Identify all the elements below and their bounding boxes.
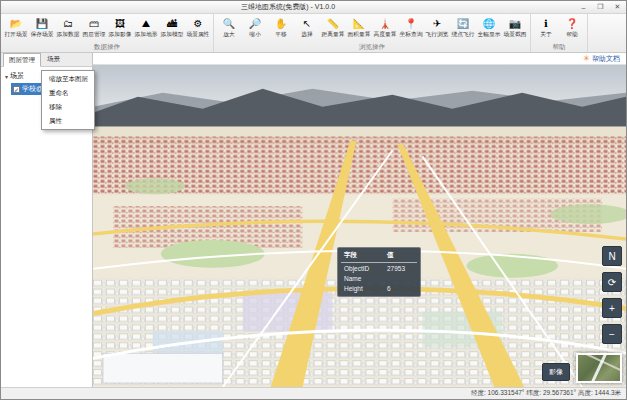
close-button[interactable]: ✕ bbox=[609, 1, 626, 13]
ribbon-button-label: 距离量算 bbox=[322, 30, 345, 39]
tree-root-label: 场景 bbox=[10, 71, 24, 81]
ribbon-group-label: 浏览操作 bbox=[216, 42, 528, 52]
ribbon-button-icon: ℹ bbox=[544, 18, 548, 29]
ribbon-button[interactable]: ℹ关于 bbox=[533, 14, 559, 42]
ribbon-button-icon: 🔄 bbox=[457, 18, 469, 29]
imagery-toggle-button[interactable]: 影像 bbox=[542, 363, 570, 381]
content-area: 图层管理 场景 ▾ 场景 ✓ 学校@重庆 缩放至本图层重命名移除属性 ✳ 帮助文… bbox=[1, 53, 626, 387]
ribbon-toolbar: 📂打开场景💾保存场景🗂添加数据🗃图层管理🖼添加影像⛰添加地形🏙添加模型⚙场景属性… bbox=[1, 14, 626, 53]
ribbon-button-icon: ✋ bbox=[275, 18, 287, 29]
ribbon-button[interactable]: 📂打开场景 bbox=[3, 14, 29, 42]
ribbon-button[interactable]: ✋平移 bbox=[268, 14, 294, 42]
ribbon-button-icon: 📍 bbox=[405, 18, 417, 29]
ribbon-button[interactable]: ⛰添加地形 bbox=[133, 14, 159, 42]
ribbon-button-label: 添加模型 bbox=[161, 30, 184, 39]
attribute-column-header: 字段 bbox=[341, 250, 384, 263]
ribbon-button-icon: 📷 bbox=[509, 18, 521, 29]
help-doc-icon: ✳ bbox=[583, 55, 590, 63]
ribbon-button-label: 放大 bbox=[223, 30, 234, 39]
ribbon-button[interactable]: 💾保存场景 bbox=[29, 14, 55, 42]
feature-attribute-popup: 字段值 ObjectID27953NameHeight6 bbox=[337, 247, 421, 297]
ribbon-button-icon: ⛰ bbox=[142, 18, 150, 29]
zoom-in-button[interactable]: + bbox=[602, 298, 622, 318]
attribute-table: 字段值 ObjectID27953NameHeight6 bbox=[341, 250, 417, 293]
ribbon-button[interactable]: ✈飞行浏览 bbox=[424, 14, 450, 42]
context-menu-item[interactable]: 重命名 bbox=[42, 86, 94, 100]
ribbon-button-label: 打开场景 bbox=[5, 30, 28, 39]
ribbon-group-label: 帮助 bbox=[533, 42, 585, 52]
ribbon-button-label: 飞行浏览 bbox=[426, 30, 449, 39]
ribbon-button-icon: 🏙 bbox=[167, 18, 177, 29]
ribbon-button[interactable]: 🗂添加数据 bbox=[55, 14, 81, 42]
minimize-button[interactable]: – bbox=[575, 1, 592, 13]
maximize-button[interactable]: ❐ bbox=[592, 1, 609, 13]
context-menu-item[interactable]: 缩放至本图层 bbox=[42, 72, 94, 86]
ribbon-button[interactable]: 🌐全幅显示 bbox=[476, 14, 502, 42]
coordinate-readout: 经度: 106.331547° 纬度: 29.567361° 高度: 1444.… bbox=[471, 389, 621, 398]
ribbon-button[interactable]: ❓帮助 bbox=[559, 14, 585, 42]
ribbon-button[interactable]: 📷场景截图 bbox=[502, 14, 528, 42]
ribbon-button-icon: ↖ bbox=[303, 18, 311, 29]
layer-checkbox[interactable]: ✓ bbox=[13, 86, 20, 93]
ribbon-button[interactable]: ⚙场景属性 bbox=[185, 14, 211, 42]
map-canvas[interactable]: 字段值 ObjectID27953NameHeight6 N⟳+− 影像 bbox=[93, 65, 626, 387]
ribbon-button[interactable]: 🗃图层管理 bbox=[81, 14, 107, 42]
ribbon-group: 📂打开场景💾保存场景🗂添加数据🗃图层管理🖼添加影像⛰添加地形🏙添加模型⚙场景属性… bbox=[1, 14, 214, 52]
ribbon-button-label: 平移 bbox=[275, 30, 286, 39]
help-doc-link[interactable]: 帮助文档 bbox=[592, 54, 620, 64]
ribbon-button-icon: 📂 bbox=[10, 18, 22, 29]
ribbon-button[interactable]: 🗼高度量算 bbox=[372, 14, 398, 42]
ribbon-button-label: 添加数据 bbox=[57, 30, 80, 39]
layer-panel: 图层管理 场景 ▾ 场景 ✓ 学校@重庆 缩放至本图层重命名移除属性 bbox=[1, 53, 93, 387]
ribbon-button-label: 图层管理 bbox=[83, 30, 106, 39]
ribbon-button-label: 缩小 bbox=[249, 30, 260, 39]
ribbon-button-label: 绕点飞行 bbox=[452, 30, 475, 39]
ribbon-button-icon: 🔎 bbox=[249, 18, 261, 29]
ribbon-button-icon: 🌐 bbox=[483, 18, 495, 29]
ribbon-button-label: 高度量算 bbox=[374, 30, 397, 39]
attribute-column-header: 值 bbox=[384, 250, 417, 263]
ribbon-button[interactable]: 🔍放大 bbox=[216, 14, 242, 42]
ribbon-button-icon: ❓ bbox=[566, 18, 578, 29]
title-bar: 三维地图系统(免费版) - V1.0.0 – ❐ ✕ bbox=[1, 1, 626, 14]
ribbon-button-label: 全幅显示 bbox=[478, 30, 501, 39]
context-menu-item[interactable]: 属性 bbox=[42, 114, 94, 128]
tab-scene[interactable]: 场景 bbox=[41, 52, 66, 66]
ribbon-button-label: 添加影像 bbox=[109, 30, 132, 39]
ribbon-button-label: 坐标查询 bbox=[400, 30, 423, 39]
ribbon-button[interactable]: 📏距离量算 bbox=[320, 14, 346, 42]
ribbon-button[interactable]: 🔄绕点飞行 bbox=[450, 14, 476, 42]
ribbon-button-icon: 📐 bbox=[353, 18, 365, 29]
attribute-row: Name bbox=[341, 273, 417, 283]
attribute-row: ObjectID27953 bbox=[341, 263, 417, 274]
ribbon-button-icon: 🖼 bbox=[115, 18, 125, 29]
ribbon-button[interactable]: 🖼添加影像 bbox=[107, 14, 133, 42]
overview-minimap[interactable] bbox=[576, 353, 622, 383]
reset-view-button[interactable]: ⟳ bbox=[602, 272, 622, 292]
ribbon-button-label: 面积量算 bbox=[348, 30, 371, 39]
ribbon-button-label: 场景截图 bbox=[504, 30, 527, 39]
window-controls: – ❐ ✕ bbox=[575, 1, 626, 13]
ribbon-button-label: 选择 bbox=[301, 30, 312, 39]
ribbon-button[interactable]: 📐面积量算 bbox=[346, 14, 372, 42]
ribbon-button-icon: 🗂 bbox=[63, 18, 73, 29]
ribbon-button-icon: 🔍 bbox=[223, 18, 235, 29]
expander-icon[interactable]: ▾ bbox=[5, 73, 8, 80]
ribbon-button[interactable]: 🏙添加模型 bbox=[159, 14, 185, 42]
ribbon-button-icon: 📏 bbox=[327, 18, 339, 29]
ribbon-button-icon: 💾 bbox=[36, 18, 48, 29]
ribbon-group-label: 数据操作 bbox=[3, 42, 211, 52]
ribbon-button-label: 场景属性 bbox=[187, 30, 210, 39]
ribbon-button[interactable]: 📍坐标查询 bbox=[398, 14, 424, 42]
zoom-out-button[interactable]: − bbox=[602, 324, 622, 344]
ribbon-button-label: 关于 bbox=[540, 30, 551, 39]
compass-button[interactable]: N bbox=[602, 246, 622, 266]
ribbon-button-label: 帮助 bbox=[566, 30, 577, 39]
tab-layer-manager[interactable]: 图层管理 bbox=[3, 53, 41, 67]
context-menu-item[interactable]: 移除 bbox=[42, 100, 94, 114]
attribute-row: Height6 bbox=[341, 283, 417, 293]
panel-tabs: 图层管理 场景 bbox=[1, 53, 92, 67]
ribbon-button[interactable]: ↖选择 bbox=[294, 14, 320, 42]
ribbon-button[interactable]: 🔎缩小 bbox=[242, 14, 268, 42]
ribbon-button-label: 添加地形 bbox=[135, 30, 158, 39]
